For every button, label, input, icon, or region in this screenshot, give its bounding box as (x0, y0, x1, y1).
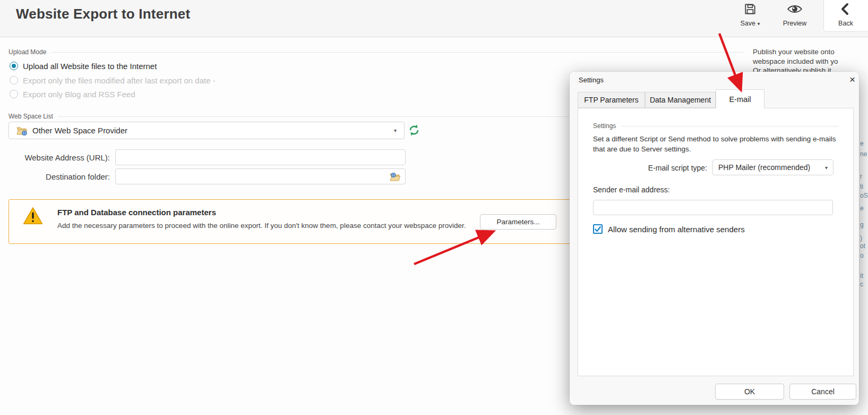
sender-email-label: Sender e-mail address: (593, 185, 670, 194)
tab-data-management[interactable]: Data Management (645, 92, 716, 108)
ok-button[interactable]: OK (715, 384, 784, 400)
section-divider (621, 126, 838, 126)
back-label: Back (838, 20, 853, 27)
radio-export-modified: Export only the files modified after las… (10, 75, 216, 86)
warning-title: FTP and Database connection parameters (57, 208, 216, 217)
save-icon (743, 2, 757, 18)
allow-alternative-senders-row[interactable]: Allow sending from alternative senders (593, 224, 745, 234)
radio-export-blog-label: Export only Blog and RSS Feed (23, 90, 135, 99)
script-type-label: E-mail script type: (593, 164, 707, 172)
help-fragment: o (860, 252, 864, 259)
radio-disabled-icon (10, 76, 18, 84)
eye-icon (787, 2, 803, 18)
help-fragment: g (860, 221, 864, 228)
web-space-provider-value: Other Web Space Provider (32, 126, 127, 135)
radio-upload-all[interactable]: Upload all Website files to the Internet (10, 61, 157, 71)
email-settings-description: Set a different Script or Send method to… (593, 134, 841, 154)
help-fragment: oS (860, 192, 868, 199)
help-fragment: ot (860, 242, 865, 250)
script-type-value: PHP Mailer (recommended) (718, 163, 810, 172)
dialog-settings-section-header: Settings (593, 122, 838, 130)
chevron-down-icon: ▾ (394, 128, 397, 133)
save-caret-icon: ▾ (757, 21, 760, 27)
cancel-button[interactable]: Cancel (789, 384, 856, 400)
dialog-title: Settings (579, 76, 604, 84)
warning-description: Add the necessary parameters to proceed … (57, 222, 466, 230)
chevron-left-icon (839, 2, 852, 18)
upload-mode-section-header: Upload Mode (8, 48, 743, 56)
website-address-label: Website Address (URL): (0, 153, 110, 162)
destination-folder-input[interactable] (115, 168, 406, 184)
help-fragment: c (860, 281, 863, 288)
help-fragment: e (860, 140, 864, 147)
settings-dialog: Settings × FTP Parameters Data Managemen… (570, 72, 859, 405)
tab-ftp-parameters[interactable]: FTP Parameters (578, 92, 645, 108)
parameters-button[interactable]: Parameters... (480, 214, 556, 230)
save-button[interactable]: Save ▾ (732, 2, 769, 33)
preview-label: Preview (783, 20, 806, 27)
dialog-settings-section-label: Settings (593, 122, 616, 130)
preview-button[interactable]: Preview (776, 2, 813, 33)
help-fragment: it (860, 272, 863, 280)
upload-mode-section-label: Upload Mode (8, 48, 46, 56)
sender-email-input[interactable] (593, 200, 833, 215)
allow-alternative-senders-label: Allow sending from alternative senders (608, 225, 745, 234)
section-divider (51, 52, 743, 53)
page-title: Website Export to Internet (16, 6, 190, 22)
checkbox-checked-icon[interactable] (593, 224, 603, 234)
radio-selected-icon[interactable] (10, 62, 18, 70)
close-icon[interactable]: × (849, 75, 855, 84)
refresh-button[interactable] (408, 124, 420, 139)
radio-export-blog: Export only Blog and RSS Feed (10, 89, 135, 99)
web-space-provider-dropdown[interactable]: Other Web Space Provider ▾ (8, 122, 405, 139)
radio-disabled-icon (10, 90, 18, 98)
chevron-down-icon: ▾ (825, 165, 828, 171)
help-fragment: ti (860, 183, 863, 190)
refresh-icon (408, 124, 420, 137)
help-fragment: ) (860, 234, 862, 242)
radio-export-modified-label: Export only the files modified after las… (23, 76, 216, 85)
warning-triangle-icon (23, 207, 43, 227)
script-type-dropdown[interactable]: PHP Mailer (recommended) ▾ (712, 159, 833, 175)
destination-folder-label: Destination folder: (0, 172, 110, 181)
header-bar: Website Export to Internet Save ▾ Previe… (0, 0, 868, 37)
back-button[interactable]: Back (827, 2, 864, 33)
help-line: Publish your website onto (753, 47, 868, 57)
help-fragment: e (860, 205, 864, 212)
folder-globe-icon (16, 125, 28, 138)
save-label: Save (740, 20, 755, 27)
tab-email[interactable]: E-mail (716, 89, 764, 108)
browse-online-folder-icon[interactable] (389, 172, 401, 184)
help-fragment: ne (860, 150, 867, 158)
help-fragment: r (860, 173, 862, 180)
help-panel-text: Publish your website onto webspace inclu… (753, 47, 868, 75)
web-space-section-label: Web Space List (8, 113, 53, 120)
help-line: webspace included with yo (753, 57, 868, 66)
website-address-input[interactable] (115, 149, 406, 165)
radio-upload-all-label: Upload all Website files to the Internet (23, 62, 157, 71)
